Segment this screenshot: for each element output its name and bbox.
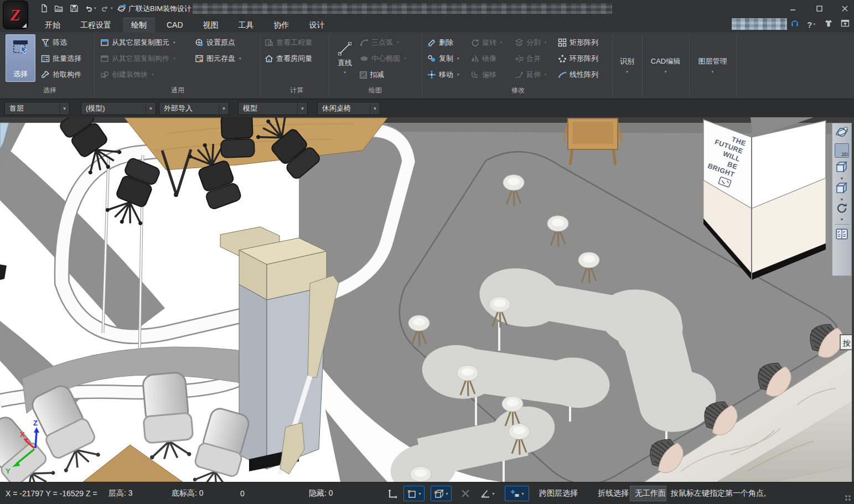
cube-style-icon[interactable] <box>835 181 849 198</box>
layer-manage-button[interactable]: 图层管理▾ <box>689 34 736 96</box>
redo-icon[interactable]: ▾ <box>101 3 114 13</box>
orbit-icon[interactable] <box>835 126 848 141</box>
copy-button[interactable]: 复制▾ <box>427 51 460 66</box>
hidden-count: 隐藏: 0 <box>309 482 333 504</box>
chevron-down-icon[interactable]: ▼ <box>418 492 422 496</box>
view-toolbar: 2D ▼ ▼ ▼ <box>832 123 852 276</box>
batch-select-button[interactable]: 批量选择 <box>41 51 81 66</box>
chevron-down-icon[interactable]: ▼ <box>840 198 844 201</box>
maximize-button[interactable] <box>811 3 827 13</box>
tab-project-settings[interactable]: 工程设置 <box>72 18 120 32</box>
workplane-dropdown[interactable]: 无工作面▾ <box>630 486 666 501</box>
select-button[interactable]: 选择 <box>6 34 35 82</box>
undo-icon[interactable]: ▾ <box>84 3 97 13</box>
open-file-icon[interactable] <box>54 3 63 13</box>
mirror-button[interactable]: 镜像 <box>470 51 496 66</box>
dynamic-input-toggle[interactable]: ▼ <box>505 486 529 501</box>
move-button[interactable]: 移动▾ <box>427 67 460 82</box>
help-icon[interactable]: ?▾ <box>807 20 816 29</box>
minimize-button[interactable] <box>784 3 801 13</box>
category-dropdown[interactable]: 休闲桌椅▼ <box>317 102 380 115</box>
line-button[interactable]: 直线 ▾ <box>332 34 358 82</box>
filter-button[interactable]: 筛选 <box>41 35 67 50</box>
polyline-select-button[interactable]: 折线选择 <box>593 486 633 501</box>
tab-collaborate[interactable]: 协作 <box>266 18 298 32</box>
offset-button[interactable]: 偏移 <box>470 67 496 82</box>
rotate-button[interactable]: 旋转▾ <box>470 35 504 50</box>
copy-elements-from-layer-button[interactable]: 从其它层复制图元▾ <box>100 35 177 50</box>
tab-tools[interactable]: 工具 <box>230 18 262 32</box>
eyedropper-icon <box>41 70 50 79</box>
close-button[interactable] <box>836 3 853 13</box>
extend-button[interactable]: 延伸▾ <box>515 67 548 82</box>
copy-components-from-layer-button[interactable]: 从其它层复制构件▾ <box>100 51 177 66</box>
cube-view-icon[interactable] <box>835 160 849 176</box>
tab-design[interactable]: 设计 <box>301 18 333 32</box>
track-toggle[interactable] <box>457 486 474 501</box>
funnel-icon <box>41 38 50 47</box>
tab-view[interactable]: 视图 <box>195 18 227 32</box>
rotate-view-icon[interactable] <box>835 202 848 217</box>
floor-height-value: 层高: 3 <box>108 482 133 504</box>
ribbon-collapse-icon[interactable] <box>841 19 850 30</box>
tab-cad[interactable]: CAD <box>158 18 191 32</box>
checkbox-checked-icon[interactable]: ✓ <box>360 71 367 79</box>
floor-dropdown[interactable]: 首层▼ <box>4 102 70 115</box>
tab-start[interactable]: 开始 <box>37 18 69 32</box>
chevron-down-icon[interactable]: ▼ <box>491 492 495 496</box>
create-decor-block-button[interactable]: 创建装饰块▾ <box>100 67 155 82</box>
redacted-user-info <box>732 18 787 30</box>
app-logo[interactable]: Z <box>3 1 28 29</box>
view-room-quantity-button[interactable]: 查看房间量 <box>265 51 312 66</box>
3d-snap-toggle[interactable]: ▼ <box>431 486 452 501</box>
resize-grip[interactable] <box>845 495 851 501</box>
linear-array-button[interactable]: 线性阵列 <box>558 67 598 82</box>
quantity-icon <box>265 38 273 47</box>
source-dropdown[interactable]: 外部导入▼ <box>159 102 229 115</box>
sync-sphere-icon[interactable] <box>117 3 127 13</box>
tab-bar-right-tools: ?▾ <box>790 18 850 31</box>
group-label-common: 通用 <box>153 86 203 95</box>
view-quantity-button[interactable]: 查看工程量 <box>265 35 312 50</box>
set-origin-button[interactable]: 设置原点 <box>195 35 235 50</box>
merge-button[interactable]: 合并 <box>515 51 541 66</box>
ortho-toggle[interactable] <box>384 486 401 501</box>
viewport-edge <box>852 117 854 482</box>
arc-icon <box>360 38 369 47</box>
headset-support-icon[interactable] <box>790 19 799 30</box>
cross-layer-select-button[interactable]: 跨图层选择 <box>535 486 582 501</box>
polar-angle-toggle[interactable]: ▼ <box>477 486 498 501</box>
chevron-down-icon[interactable]: ▼ <box>521 492 525 496</box>
chevron-down-icon[interactable]: ▼ <box>840 218 844 221</box>
mode-dropdown[interactable]: 模型▼ <box>238 102 308 115</box>
redo-dropdown-icon[interactable]: ▾ <box>111 6 113 11</box>
ring-array-button[interactable]: 环形阵列 <box>558 51 598 66</box>
delete-button[interactable]: 删除 <box>427 35 453 50</box>
view-dropdown[interactable]: (模型)▼ <box>81 102 156 115</box>
save-element-button[interactable]: 图元存盘▾ <box>195 51 242 66</box>
three-point-arc-button[interactable]: 三点弧▾ <box>360 35 400 50</box>
copy-window-icon <box>100 38 109 47</box>
3d-viewport[interactable]: THE FUTURE WILL BE BRIGHT <box>0 117 854 482</box>
new-file-icon[interactable] <box>40 3 49 13</box>
undo-dropdown-icon[interactable]: ▾ <box>94 6 96 11</box>
view-settings-icon[interactable] <box>835 227 848 243</box>
pick-component-button[interactable]: 拾取构件 <box>41 67 81 82</box>
center-ellipse-button[interactable]: 中心椭圆▾ <box>360 51 407 66</box>
split-button[interactable]: 分割▾ <box>515 35 548 50</box>
2d-view-button[interactable]: 2D <box>835 143 849 158</box>
chevron-down-icon[interactable]: ▼ <box>445 492 449 496</box>
tab-draw[interactable]: 绘制 <box>123 18 155 32</box>
subtract-toggle[interactable]: ✓扣减 <box>360 67 384 82</box>
recognize-button[interactable]: 识别▾ <box>612 34 642 96</box>
svg-text:Y: Y <box>6 467 11 475</box>
chevron-down-icon[interactable]: ▼ <box>840 177 844 180</box>
cad-edit-button[interactable]: CAD编辑▾ <box>642 34 689 96</box>
copy-icon <box>427 54 436 63</box>
save-icon[interactable] <box>70 3 79 13</box>
skin-icon[interactable] <box>824 19 833 30</box>
object-snap-toggle[interactable]: ▼ <box>403 486 425 501</box>
group-label-modify: 修改 <box>493 86 543 95</box>
3d-scene-canvas[interactable]: THE FUTURE WILL BE BRIGHT <box>0 117 854 482</box>
rect-array-button[interactable]: 矩形阵列 <box>558 35 598 50</box>
